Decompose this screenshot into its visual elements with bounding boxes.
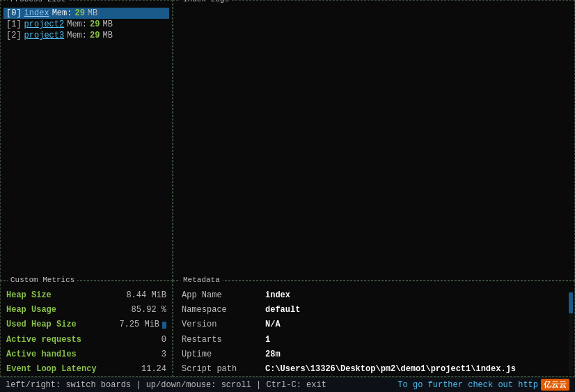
metadata-row: Restarts 1 <box>176 333 572 347</box>
logs-title: index Logs <box>180 0 232 3</box>
mem-unit: MB <box>88 8 97 18</box>
metadata-val: 1 <box>265 334 270 347</box>
scrollbar-thumb[interactable] <box>569 292 573 313</box>
metadata-row: Namespace default <box>176 303 572 317</box>
metadata-key: Uptime <box>182 348 265 361</box>
metric-value: 0 <box>162 334 166 347</box>
process-list: [0] index Mem: 29 MB [1] project2 Mem: 2… <box>3 8 169 41</box>
metric-label: Heap Size <box>6 289 52 302</box>
status-left-text: left/right: switch boards | up/down/mous… <box>6 380 326 390</box>
mem-value: 29 <box>74 8 84 18</box>
metric-label: Heap Usage <box>6 304 56 317</box>
metric-label: Event Loop Latency <box>6 363 97 376</box>
mem-value: 29 <box>90 31 100 40</box>
process-list-title: Process List <box>8 0 68 3</box>
mem-unit: MB <box>102 31 112 40</box>
metadata-key: Script path <box>182 363 265 376</box>
metadata-list: App Name index Namespace default Version… <box>176 288 572 377</box>
metrics-list: Heap Size 8.44 MiB Heap Usage 85.92 % Us… <box>3 288 169 377</box>
metric-value: 7.25 MiB <box>119 318 166 331</box>
metadata-row: Uptime 28m <box>176 347 572 362</box>
proc-id: [2] <box>6 31 22 40</box>
process-item[interactable]: [0] index Mem: 29 MB <box>3 8 169 19</box>
metadata-title: Metadata <box>180 276 223 284</box>
process-item[interactable]: [2] project3 Mem: 29 MB <box>3 30 169 41</box>
mem-unit: MB <box>102 19 112 29</box>
mem-value: 29 <box>90 19 100 29</box>
metadata-key: Restarts <box>182 334 265 347</box>
process-list-panel: Process List [0] index Mem: 29 MB [1] pr… <box>0 0 173 281</box>
metadata-row: Script path C:\Users\13326\Desktop\pm2\d… <box>176 362 572 377</box>
metrics-panel: Custom Metrics Heap Size 8.44 MiB Heap U… <box>0 281 173 377</box>
metric-row: Heap Size 8.44 MiB <box>3 288 169 303</box>
status-bar: left/right: switch boards | up/down/mous… <box>0 377 575 392</box>
metric-value: 3 <box>162 348 166 361</box>
metadata-row: App Name index <box>176 288 572 303</box>
mem-label: Mem: <box>52 8 72 18</box>
metadata-row: Version N/A <box>176 317 572 332</box>
metadata-val: index <box>265 289 290 302</box>
metadata-val: 28m <box>265 348 281 361</box>
proc-id: [0] <box>6 8 22 18</box>
metadata-val: N/A <box>265 318 281 331</box>
metric-value: 11.24 <box>141 363 166 376</box>
status-logo: To go further check out http 亿云云 <box>397 379 569 391</box>
proc-name: project2 <box>24 19 65 29</box>
metadata-val: default <box>265 304 300 317</box>
process-item[interactable]: [1] project2 Mem: 29 MB <box>3 19 169 30</box>
metric-label: Active handles <box>6 348 77 361</box>
metadata-key: Namespace <box>182 304 265 317</box>
logs-panel: index Logs <box>173 0 575 281</box>
metadata-panel: Metadata App Name index Namespace defaul… <box>173 281 575 377</box>
scrollbar[interactable] <box>569 292 573 375</box>
metric-label: Used Heap Size <box>6 318 77 331</box>
metric-row: Used Heap Size 7.25 MiB <box>3 317 169 332</box>
status-right-text: To go further check out http <box>397 380 538 390</box>
metric-bar <box>162 322 166 329</box>
mem-label: Mem: <box>67 19 87 29</box>
metric-row: Heap Usage 85.92 % <box>3 303 169 317</box>
proc-id: [1] <box>6 19 22 29</box>
metric-row: Event Loop Latency 11.24 <box>3 362 169 377</box>
metric-value: 8.44 MiB <box>126 289 166 302</box>
proc-name: project3 <box>24 31 65 40</box>
metadata-key: Version <box>182 318 265 331</box>
metric-row: Active requests 0 <box>3 333 169 347</box>
metadata-val: C:\Users\13326\Desktop\pm2\demo1\project… <box>265 363 516 376</box>
metric-value: 85.92 % <box>132 304 166 317</box>
proc-name: index <box>24 8 49 18</box>
metric-label: Active requests <box>6 334 81 347</box>
metric-row: Active handles 3 <box>3 347 169 362</box>
mem-label: Mem: <box>67 31 87 40</box>
metadata-key: App Name <box>182 289 265 302</box>
logo-box: 亿云云 <box>541 379 569 391</box>
metrics-title: Custom Metrics <box>8 276 77 284</box>
